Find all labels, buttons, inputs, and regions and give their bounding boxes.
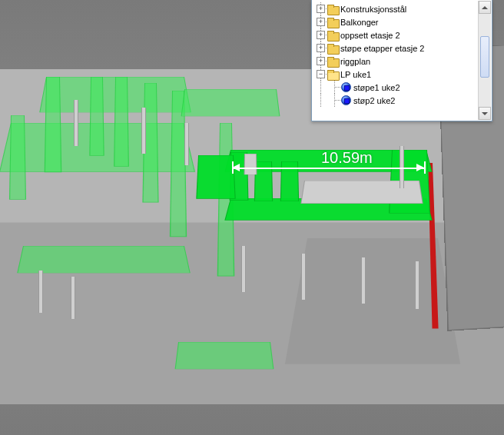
tree-item[interactable]: +oppsett etasje 2 [312,28,490,42]
dimension-label: 10.59m [321,149,373,167]
node-icon [341,82,351,92]
folder-icon [327,44,338,53]
scroll-down-button[interactable] [479,107,491,120]
expand-toggle[interactable]: + [317,57,325,65]
folder-icon [327,57,338,66]
folder-icon [327,18,338,27]
tree-item-label: Balkonger [340,18,379,27]
expand-toggle[interactable]: + [317,44,325,52]
expand-toggle[interactable]: + [317,18,325,26]
tree-item[interactable]: +Balkonger [312,15,490,28]
folder-icon [327,31,338,40]
scroll-thumb[interactable] [480,36,489,78]
expand-toggle[interactable]: + [317,31,325,39]
tree-item-label: riggplan [340,57,370,66]
tree-item[interactable]: støpe1 uke2 [312,81,490,94]
expand-toggle[interactable]: + [317,5,325,13]
tree-item-label: oppsett etasje 2 [340,31,400,40]
node-icon [341,95,351,105]
tree-item-label: støpe etapper etasje 2 [340,44,424,53]
model-tree[interactable]: +Konstruksjonsstål+Balkonger+oppsett eta… [312,1,492,108]
model-tree-panel: +Konstruksjonsstål+Balkonger+oppsett eta… [311,0,492,121]
collapse-toggle[interactable]: − [317,70,325,78]
tree-item-label: støp2 uke2 [353,96,395,105]
tree-item-label: støpe1 uke2 [353,83,400,92]
scrollbar-vertical[interactable] [478,1,491,120]
tree-item[interactable]: +riggplan [312,55,490,68]
folder-icon [327,5,338,14]
tree-item[interactable]: +Konstruksjonsstål [312,2,490,15]
scroll-up-button[interactable] [479,1,491,14]
tree-item[interactable]: +støpe etapper etasje 2 [312,42,490,55]
tree-item[interactable]: −LP uke1 [312,68,490,81]
folder-icon [327,70,338,79]
tree-item-label: LP uke1 [340,70,371,79]
tree-item[interactable]: støp2 uke2 [312,94,490,107]
tree-item-label: Konstruksjonsstål [340,5,406,14]
